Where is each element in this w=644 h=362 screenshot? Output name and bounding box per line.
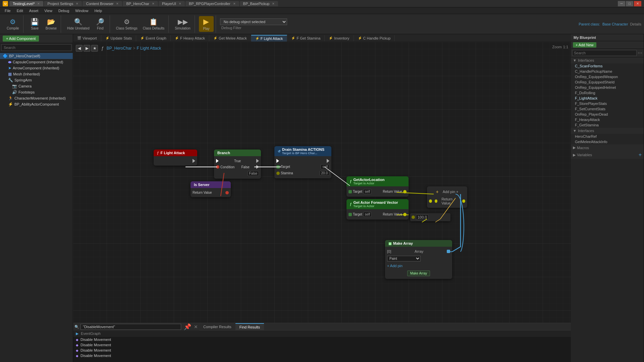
component-capsule[interactable]: ⬬ CapsuleComponent (Inherited) (0, 59, 73, 65)
bp-section-interfaces2[interactable]: ▼ Interfaces (571, 128, 644, 134)
tab-get-stamina[interactable]: ⚡ F Get Stamina (287, 35, 325, 41)
maximize-button[interactable]: □ (626, 1, 633, 6)
component-springarm[interactable]: 🔧 SpringArm (0, 77, 73, 83)
title-tab-testinglevel[interactable]: TestingLevel* ✕ (9, 1, 43, 6)
menu-edit[interactable]: Edit (14, 8, 26, 13)
component-self[interactable]: 🔷 BP_HeroChar(self) (0, 53, 73, 59)
debug-object-select[interactable]: No debug object selected (220, 18, 287, 25)
minimize-button[interactable]: ─ (618, 1, 625, 6)
menu-file[interactable]: File (2, 8, 13, 13)
title-tab-rpg-controller[interactable]: BP_RPGPlayerController ✕ (185, 1, 239, 6)
bp-section-macros[interactable]: ▶ Macros (571, 144, 644, 151)
make-array-add-pin[interactable]: + Add pin (387, 264, 402, 268)
add-in-pin1[interactable] (429, 199, 432, 203)
title-tab-content-browser[interactable]: Content Browser ✕ (83, 1, 122, 6)
exec-out-pin[interactable] (193, 159, 195, 163)
component-arrow[interactable]: ➤ ArrowComponent (Inherited) (0, 65, 73, 71)
menu-view[interactable]: View (42, 8, 55, 13)
add-in-pin2[interactable] (435, 199, 438, 203)
bp-item-onrep-weapon[interactable]: OnRep_EquippedWeapon (571, 74, 644, 79)
title-tab-project-settings[interactable]: Project Settings ✕ (44, 1, 82, 6)
array-type-select[interactable]: Paint (387, 256, 421, 261)
condition-pin[interactable] (216, 165, 219, 169)
blueprint-editor[interactable]: ◀ ▶ ★ ƒ BP_HeroChar > F Light Attack Zoo… (73, 42, 571, 323)
bp-item-f-dorolling[interactable]: F_DoRolling (571, 90, 644, 96)
save-button[interactable]: 💾 Save (28, 16, 42, 32)
tab-heavy-attack[interactable]: ⚡ F Heavy Attack (171, 35, 209, 41)
add-pin-label[interactable]: Add pin + (443, 190, 459, 194)
bp-item-c-handle[interactable]: C_HandlePickupName (571, 69, 644, 74)
title-tab-playerui[interactable]: PlayerUI ✕ (159, 1, 185, 6)
branch-exec-in[interactable] (216, 159, 219, 163)
tab-get-melee-attack[interactable]: ⚡ Get Melee Attack (209, 35, 251, 41)
class-defaults-button[interactable]: 📋 Class Defaults (141, 16, 166, 32)
compile-button[interactable]: ⚙ Compile (5, 16, 21, 32)
class-settings-button[interactable]: ⚙ Class Settings (114, 16, 140, 32)
title-tab-bp-herochar[interactable]: BP_HeroChar ✕ (123, 1, 158, 6)
component-camera[interactable]: 📷 Camera (0, 83, 73, 89)
bp-item-f-lightattack[interactable]: F_LightAttack (571, 96, 644, 101)
drain-exec-in[interactable] (276, 159, 279, 163)
make-array-button[interactable]: Make Array (407, 270, 430, 276)
bp-item-herocharref[interactable]: HeroCharRef (571, 134, 644, 139)
tab-light-attack[interactable]: ⚡ F Light Attack (251, 35, 287, 42)
play-button[interactable]: ▶ Play (199, 16, 214, 32)
array-out-pin[interactable] (447, 250, 450, 253)
gal-return-pin[interactable] (403, 190, 407, 193)
float-value-node[interactable]: 100.0 (410, 213, 450, 221)
drain-exec-out[interactable] (327, 159, 329, 163)
bp-item-getmelee[interactable]: GetMeleeAttackInfo (571, 139, 644, 144)
hide-unrelated-button[interactable]: 🔍 Hide Unrelated (65, 16, 92, 32)
breadcrumb-root[interactable]: BP_HeroChar (107, 46, 132, 51)
gal-target-pin[interactable] (348, 190, 352, 193)
tab-handle-pickup[interactable]: ⚡ C Handle Pickup (354, 35, 395, 41)
find-result-item-4[interactable]: ◆ Disable Movement (73, 353, 571, 358)
close-icon[interactable]: ✕ (37, 2, 40, 5)
menu-asset[interactable]: Asset (26, 8, 41, 13)
drain-stamina-node[interactable]: ↺ Drain Stamina ACTIONS Target is BP Her… (274, 146, 331, 178)
bp-section-interfaces1[interactable]: ▼ Interfaces (571, 57, 644, 63)
find-result-item-3[interactable]: ◆ Disable Movement (73, 348, 571, 353)
bp-item-onrep-dead[interactable]: OnRep_PlayerDead (571, 112, 644, 117)
my-blueprint-header[interactable]: My Blueprint (571, 34, 644, 41)
tab-inventory[interactable]: ⚡ Inventory (325, 35, 354, 41)
bp-item-onrep-shield[interactable]: OnRep_EquippedShield (571, 79, 644, 85)
nav-forward-button[interactable]: ▶ (84, 45, 90, 52)
menu-debug[interactable]: Debug (56, 8, 72, 13)
breadcrumb-current[interactable]: F Light Attack (137, 46, 161, 51)
float-pin[interactable] (412, 216, 415, 219)
close-icon[interactable]: ✕ (116, 2, 119, 5)
f-light-attack-node[interactable]: ƒ F Light Attack (154, 149, 197, 166)
find-result-item-1[interactable]: ◆ Disable Movement (73, 337, 571, 342)
nav-back-button[interactable]: ◀ (76, 45, 83, 52)
component-charmovement[interactable]: 🏃 CharacterMovement (Inherited) (0, 95, 73, 101)
close-icon[interactable]: ✕ (272, 2, 275, 5)
bp-item-f-setcurrent[interactable]: F_SetCurrentStats (571, 106, 644, 112)
menu-help[interactable]: Help (92, 8, 105, 13)
component-footsteps[interactable]: 🔊 Footsteps (0, 89, 73, 95)
close-icon[interactable]: ✕ (152, 2, 155, 5)
component-ability[interactable]: ⚡ BP_AbilityActorComponent (0, 101, 73, 107)
bottom-tab-compiler[interactable]: Compiler Results (199, 323, 235, 330)
gafv-target-pin[interactable] (348, 213, 352, 216)
is-server-node[interactable]: Is Server Return Value (191, 181, 231, 197)
bookmark-button[interactable]: ★ (91, 45, 98, 52)
branch-true-pin[interactable] (256, 159, 259, 163)
browse-button[interactable]: 📂 Browse (44, 16, 59, 32)
blueprint-search-input[interactable] (572, 50, 637, 56)
find-close-button[interactable]: ✕ (194, 324, 198, 329)
is-server-return-pin[interactable] (225, 191, 229, 194)
close-icon[interactable]: ✕ (179, 2, 181, 5)
add-out-pin[interactable] (462, 199, 465, 203)
bp-item-f-heavyattack[interactable]: F_HeavyAttack (571, 117, 644, 122)
drain-target-pin[interactable] (276, 165, 280, 169)
close-icon[interactable]: ✕ (233, 2, 236, 5)
simulation-button[interactable]: ▶▶ Simulation (173, 16, 193, 32)
add-variable-button[interactable]: + (639, 152, 642, 158)
find-button[interactable]: 🔎 Find (93, 16, 108, 32)
gafv-return-pin[interactable] (403, 213, 407, 216)
add-component-button[interactable]: + Add Component (3, 36, 39, 42)
branch-false-pin[interactable] (256, 165, 259, 169)
component-mesh[interactable]: ▦ Mesh (Inherited) (0, 71, 73, 77)
get-actor-location-node[interactable]: ƒ GetActorLocation Target is Actor Targe… (346, 176, 409, 197)
